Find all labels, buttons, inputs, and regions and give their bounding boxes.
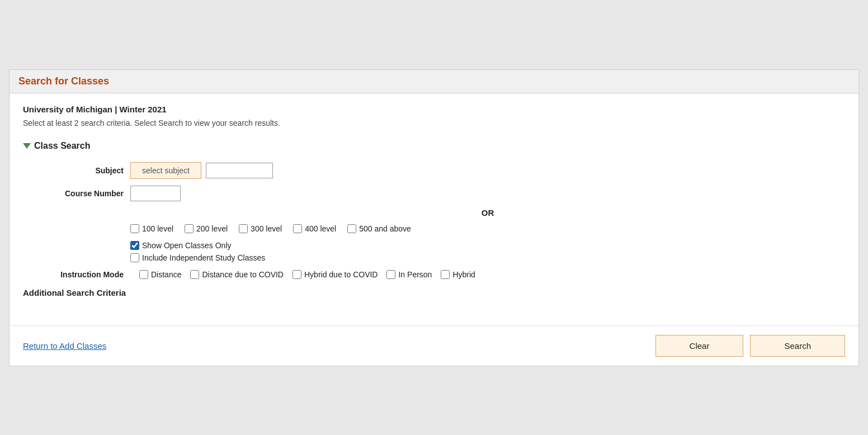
level-300-text: 300 level [251, 224, 282, 233]
in-person-label[interactable]: In Person [386, 270, 432, 279]
include-independent-row: Include Independent Study Classes [130, 253, 845, 262]
distance-covid-text: Distance due to COVID [202, 270, 284, 279]
distance-label[interactable]: Distance [139, 270, 181, 279]
panel-body: University of Michigan | Winter 2021 Sel… [10, 93, 858, 325]
class-search-header[interactable]: Class Search [23, 141, 845, 151]
level-400-checkbox[interactable] [293, 224, 302, 233]
additional-search-title: Additional Search Criteria [23, 288, 126, 297]
page-title: Search for Classes [18, 75, 850, 87]
in-person-text: In Person [398, 270, 432, 279]
level-100-checkbox[interactable] [130, 224, 139, 233]
include-independent-checkbox[interactable] [130, 253, 139, 262]
subject-text-input[interactable] [206, 163, 273, 178]
page-container: Search for Classes University of Michiga… [0, 0, 868, 435]
or-divider: OR [130, 208, 845, 218]
distance-covid-label[interactable]: Distance due to COVID [190, 270, 284, 279]
include-independent-text: Include Independent Study Classes [142, 253, 265, 262]
additional-search-header[interactable]: Additional Search Criteria [23, 288, 845, 297]
level-400-text: 400 level [305, 224, 336, 233]
level-100-label[interactable]: 100 level [130, 224, 173, 233]
level-200-text: 200 level [196, 224, 228, 233]
in-person-checkbox[interactable] [386, 270, 395, 279]
or-text: OR [482, 208, 494, 218]
level-500-label[interactable]: 500 and above [347, 224, 411, 233]
hybrid-checkbox[interactable] [441, 270, 450, 279]
return-to-add-classes-button[interactable]: Return to Add Classes [23, 341, 106, 351]
instruction-text: Select at least 2 search criteria. Selec… [23, 119, 845, 127]
bottom-bar: Return to Add Classes Clear Search [10, 325, 858, 366]
level-300-label[interactable]: 300 level [239, 224, 282, 233]
main-panel: Search for Classes University of Michiga… [9, 69, 859, 366]
show-open-label[interactable]: Show Open Classes Only [130, 241, 845, 250]
university-title: University of Michigan | Winter 2021 [23, 105, 845, 114]
subject-label: Subject [34, 166, 124, 175]
instruction-mode-row: Instruction Mode Distance Distance due t… [34, 270, 845, 279]
course-number-row: Course Number [34, 186, 845, 201]
level-checkboxes-row: 100 level 200 level 300 level 400 level [130, 224, 845, 233]
hybrid-text: Hybrid [452, 270, 475, 279]
level-500-text: 500 and above [359, 224, 411, 233]
distance-covid-checkbox[interactable] [190, 270, 199, 279]
level-400-label[interactable]: 400 level [293, 224, 336, 233]
subject-row: Subject select subject [34, 162, 845, 179]
select-subject-button[interactable]: select subject [130, 162, 201, 179]
distance-checkbox[interactable] [139, 270, 148, 279]
course-number-label: Course Number [34, 189, 124, 198]
show-open-checkbox[interactable] [130, 241, 139, 250]
class-search-expand-icon [23, 143, 31, 149]
show-open-row: Show Open Classes Only [130, 241, 845, 250]
level-100-text: 100 level [142, 224, 173, 233]
instruction-mode-label: Instruction Mode [34, 270, 124, 279]
include-independent-label[interactable]: Include Independent Study Classes [130, 253, 845, 262]
panel-header: Search for Classes [10, 70, 858, 93]
distance-text: Distance [151, 270, 181, 279]
class-search-form: Subject select subject Course Number OR [23, 162, 845, 279]
course-number-input[interactable] [130, 186, 181, 201]
search-button[interactable]: Search [750, 335, 845, 357]
show-open-text: Show Open Classes Only [142, 241, 232, 250]
hybrid-covid-label[interactable]: Hybrid due to COVID [293, 270, 378, 279]
level-200-checkbox[interactable] [185, 224, 194, 233]
level-500-checkbox[interactable] [347, 224, 356, 233]
level-300-checkbox[interactable] [239, 224, 248, 233]
clear-button[interactable]: Clear [655, 335, 744, 357]
class-search-title: Class Search [34, 141, 91, 151]
level-200-label[interactable]: 200 level [185, 224, 228, 233]
hybrid-covid-checkbox[interactable] [293, 270, 301, 279]
hybrid-covid-text: Hybrid due to COVID [304, 270, 378, 279]
action-buttons: Clear Search [655, 335, 845, 357]
hybrid-label[interactable]: Hybrid [441, 270, 475, 279]
